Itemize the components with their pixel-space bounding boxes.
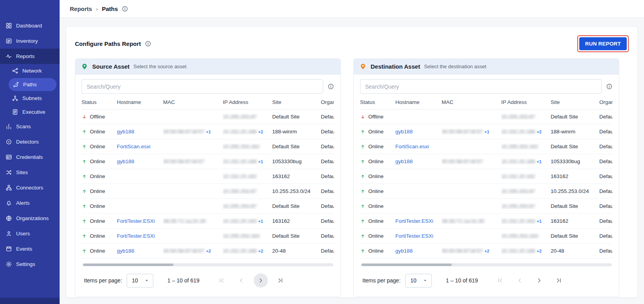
ip-extra-badge[interactable]: +2 bbox=[537, 129, 542, 134]
sidebar-item-connectors[interactable]: Connectors bbox=[0, 180, 60, 195]
table-row[interactable]: Onlinegyb18800:50:56:97:bf:5710.152.20.1… bbox=[82, 154, 334, 169]
info-icon[interactable] bbox=[327, 83, 334, 90]
hostname-link[interactable]: gyb188 bbox=[395, 158, 413, 164]
sidebar-item-dashboard[interactable]: Dashboard bbox=[0, 18, 60, 33]
table-row[interactable]: Online10.255.253.8710.255.253.0/24Defaul… bbox=[82, 184, 334, 199]
ip-extra-badge[interactable]: +1 bbox=[537, 159, 542, 164]
mac-extra-badge[interactable]: +1 bbox=[484, 129, 489, 134]
column-header-hostname[interactable]: Hostname bbox=[395, 95, 442, 109]
table-row[interactable]: Onlinegyb18800:50:56:97:bf:5710.152.20.1… bbox=[360, 154, 613, 169]
sidebar-item-alerts[interactable]: Alerts bbox=[0, 195, 60, 211]
column-header-ip-address[interactable]: IP Address bbox=[501, 95, 551, 109]
hostname-cell[interactable]: FortiTester.ESXi bbox=[117, 218, 163, 224]
column-header-ip-address[interactable]: IP Address bbox=[223, 95, 272, 109]
info-icon[interactable] bbox=[122, 5, 128, 12]
hostname-link[interactable]: gyb188 bbox=[117, 248, 134, 254]
table-row[interactable]: OnlineFortiScan.esxi10.255.253.162Defaul… bbox=[360, 139, 613, 154]
sidebar-item-scans[interactable]: Scans bbox=[0, 119, 60, 134]
info-icon[interactable] bbox=[145, 40, 151, 47]
hostname-link[interactable]: gyb188 bbox=[117, 129, 134, 135]
table-row[interactable]: Online10.152.20.162163162Default bbox=[82, 169, 334, 184]
table-row[interactable]: Offline10.255.253.87Default SiteDefault bbox=[82, 109, 334, 124]
column-header-organization[interactable]: Organization bbox=[321, 95, 334, 109]
sidebar-item-settings[interactable]: Settings bbox=[0, 257, 60, 272]
table-row[interactable]: Online10.255.253.87Default SiteDefault bbox=[82, 199, 334, 214]
scrollbar-thumb[interactable] bbox=[362, 264, 452, 266]
column-header-organization[interactable]: Organization bbox=[599, 95, 613, 109]
items-per-page-select[interactable]: 10 bbox=[405, 274, 432, 288]
table-row[interactable]: Online10.152.20.162163162Default bbox=[360, 169, 613, 184]
hostname-cell[interactable]: gyb188 bbox=[395, 129, 442, 135]
sidebar-item-credentials[interactable]: Credentials bbox=[0, 149, 60, 165]
sidebar-item-organizations[interactable]: Organizations bbox=[0, 211, 60, 226]
ip-extra-badge[interactable]: +1 bbox=[258, 219, 263, 224]
ip-extra-badge[interactable]: +2 bbox=[258, 249, 263, 253]
column-header-site[interactable]: Site bbox=[551, 95, 599, 109]
table-row[interactable]: OnlineFortiTester.ESXi08:35:71:1a:31:301… bbox=[82, 214, 334, 229]
scrollbar-thumb[interactable] bbox=[83, 264, 173, 266]
ip-extra-badge[interactable]: +1 bbox=[537, 219, 542, 224]
last-page-icon[interactable] bbox=[552, 273, 566, 288]
next-page-icon[interactable] bbox=[254, 273, 268, 288]
hostname-link[interactable]: FortiScan.esxi bbox=[395, 144, 429, 149]
sidebar-item-detectors[interactable]: Detectors bbox=[0, 134, 60, 149]
column-header-mac[interactable]: MAC bbox=[442, 95, 501, 109]
table-row[interactable]: Onlinegyb18800:50:56:97:bf:57+110.152.20… bbox=[360, 124, 613, 139]
table-row[interactable]: Onlinegyb18800:50:56:97:bf:57+110.152.20… bbox=[82, 124, 334, 139]
ip-extra-badge[interactable]: +1 bbox=[258, 159, 263, 164]
first-page-icon[interactable] bbox=[493, 273, 507, 288]
search-input[interactable] bbox=[360, 79, 602, 94]
hostname-cell[interactable]: FortiScan.esxi bbox=[395, 144, 442, 149]
table-row[interactable]: Online10.255.253.8710.255.253.0/24Defaul… bbox=[360, 184, 613, 199]
sidebar-item-executive[interactable]: Executive bbox=[0, 105, 60, 119]
hostname-link[interactable]: gyb188 bbox=[395, 248, 413, 254]
column-header-mac[interactable]: MAC bbox=[163, 95, 223, 109]
sidebar-item-inventory[interactable]: Inventory bbox=[0, 33, 60, 49]
sidebar-item-subnets[interactable]: Subnets bbox=[0, 91, 60, 105]
hostname-cell[interactable]: gyb188 bbox=[117, 158, 163, 164]
mac-extra-badge[interactable]: +2 bbox=[206, 249, 211, 253]
breadcrumb-section[interactable]: Reports bbox=[70, 5, 92, 12]
prev-page-icon[interactable] bbox=[234, 273, 248, 288]
hostname-cell[interactable]: gyb188 bbox=[117, 248, 163, 254]
sidebar-item-reports[interactable]: Reports bbox=[0, 49, 60, 64]
column-header-hostname[interactable]: Hostname bbox=[117, 95, 163, 109]
sidebar-item-paths[interactable]: Paths bbox=[9, 78, 56, 91]
items-per-page-select[interactable]: 10 bbox=[127, 274, 153, 288]
hostname-cell[interactable]: gyb188 bbox=[395, 158, 442, 164]
ip-extra-badge[interactable]: +2 bbox=[537, 249, 542, 253]
sidebar-item-network[interactable]: Network bbox=[0, 64, 60, 78]
run-report-button[interactable]: RUN REPORT bbox=[579, 37, 627, 50]
prev-page-icon[interactable] bbox=[513, 273, 527, 288]
column-header-status[interactable]: Status bbox=[360, 95, 395, 109]
hostname-link[interactable]: FortiTester.ESXi bbox=[117, 233, 155, 239]
hostname-link[interactable]: gyb188 bbox=[395, 129, 413, 135]
info-icon[interactable] bbox=[606, 83, 613, 90]
hostname-cell[interactable]: FortiTester.ESXi bbox=[395, 218, 442, 224]
horizontal-scrollbar[interactable] bbox=[361, 263, 612, 266]
column-header-status[interactable]: Status bbox=[82, 95, 117, 109]
table-row[interactable]: Offline10.255.253.87Default SiteDefault bbox=[360, 109, 613, 124]
horizontal-scrollbar[interactable] bbox=[82, 263, 333, 266]
mac-extra-badge[interactable]: +2 bbox=[484, 249, 489, 253]
search-input[interactable] bbox=[82, 79, 323, 94]
hostname-cell[interactable]: FortiTester.ESXi bbox=[395, 233, 442, 239]
hostname-link[interactable]: FortiTester.ESXi bbox=[117, 218, 155, 224]
sidebar-item-events[interactable]: Events bbox=[0, 241, 60, 257]
hostname-cell[interactable]: gyb188 bbox=[117, 129, 163, 135]
table-row[interactable]: OnlineFortiTester.ESXi08:35:71:1a:31:301… bbox=[360, 214, 613, 229]
table-row[interactable]: OnlineFortiScan.esxi10.255.253.162Defaul… bbox=[82, 139, 334, 154]
first-page-icon[interactable] bbox=[215, 273, 229, 288]
table-row[interactable]: Onlinegyb18800:50:56:97:bf:57+210.152.20… bbox=[82, 244, 334, 258]
column-header-site[interactable]: Site bbox=[272, 95, 321, 109]
hostname-link[interactable]: FortiScan.esxi bbox=[117, 144, 151, 149]
sidebar-item-users[interactable]: Users bbox=[0, 226, 60, 241]
table-row[interactable]: Online10.255.253.87Default SiteDefault bbox=[360, 199, 613, 214]
hostname-cell[interactable]: FortiTester.ESXi bbox=[117, 233, 163, 239]
table-row[interactable]: OnlineFortiTester.ESXi10.255.253.163Defa… bbox=[82, 229, 334, 244]
table-row[interactable]: OnlineFortiTester.ESXi10.255.253.163Defa… bbox=[360, 229, 613, 244]
hostname-cell[interactable]: gyb188 bbox=[395, 248, 442, 254]
sidebar-item-sites[interactable]: Sites bbox=[0, 165, 60, 180]
last-page-icon[interactable] bbox=[273, 273, 287, 288]
hostname-link[interactable]: gyb188 bbox=[117, 158, 134, 164]
